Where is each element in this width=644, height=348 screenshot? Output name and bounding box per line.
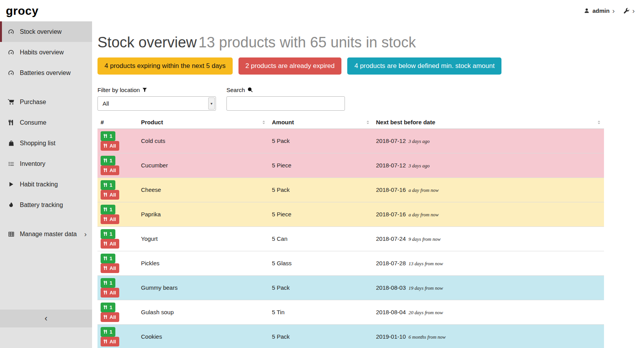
- consume-one-button[interactable]: 1: [101, 254, 115, 263]
- sidebar-item-habit-tracking[interactable]: Habit tracking ›: [0, 174, 92, 195]
- sidebar-collapse-button[interactable]: ‹: [0, 310, 92, 327]
- consume-one-button[interactable]: 1: [101, 131, 115, 141]
- chevron-right-icon: ›: [612, 7, 614, 14]
- consume-all-button[interactable]: All: [101, 141, 119, 151]
- wrench-icon: [623, 8, 630, 14]
- consume-all-button[interactable]: All: [101, 337, 119, 346]
- product-amount: 5 Glass: [269, 251, 373, 275]
- cutlery-icon: [104, 266, 108, 270]
- row-actions: 1 All: [97, 300, 138, 324]
- cutlery-icon: [104, 231, 108, 236]
- badge-expiring[interactable]: 4 products expiring within the next 5 da…: [97, 57, 233, 75]
- due-relative-text: 20 days from now: [409, 310, 443, 315]
- search-label-text: Search: [226, 87, 245, 93]
- table-row: 1 All Gummy bears 5 Pack 2018-08-0319 da…: [97, 275, 604, 300]
- status-badges: 4 products expiring within the next 5 da…: [97, 57, 604, 75]
- consume-all-button[interactable]: All: [101, 214, 119, 224]
- product-amount: 5 Pack: [269, 129, 373, 153]
- sort-icon[interactable]: [366, 120, 370, 125]
- sidebar-item-label: Purchase: [20, 99, 87, 106]
- column-header-product[interactable]: Product: [138, 117, 269, 129]
- sort-icon[interactable]: [597, 120, 601, 125]
- product-name: Cold cuts: [138, 129, 269, 153]
- sidebar-item-label: Batteries overview: [20, 70, 87, 77]
- consume-all-button[interactable]: All: [101, 288, 119, 298]
- sidebar-item-manage-master-data[interactable]: Manage master data ›: [0, 224, 92, 244]
- sidebar-item-inventory[interactable]: Inventory ›: [0, 153, 92, 174]
- consume-one-button[interactable]: 1: [101, 327, 115, 337]
- consume-one-button[interactable]: 1: [101, 180, 115, 190]
- product-name: Pickles: [138, 251, 269, 275]
- column-header-num: #: [97, 117, 138, 129]
- settings-menu[interactable]: ›: [623, 7, 635, 14]
- column-header-date[interactable]: Next best before date: [373, 117, 604, 129]
- sort-icon[interactable]: [262, 120, 266, 125]
- search-input[interactable]: [226, 96, 345, 111]
- product-name: Paprika: [138, 202, 269, 226]
- cutlery-icon: [104, 217, 108, 221]
- product-amount: 5 Piece: [269, 153, 373, 177]
- sidebar-item-label: Habits overview: [20, 49, 87, 56]
- search-group: Search: [226, 87, 345, 111]
- product-amount: 5 Tin: [269, 300, 373, 324]
- filter-label: Filter by location: [97, 87, 216, 93]
- cutlery-icon: [104, 183, 108, 187]
- consume-all-button[interactable]: All: [101, 190, 119, 200]
- badge-expired[interactable]: 2 products are already expired: [238, 57, 342, 75]
- cutlery-icon: [104, 168, 108, 172]
- consume-all-button[interactable]: All: [101, 165, 119, 175]
- sidebar-item-batteries-overview[interactable]: Batteries overview ›: [0, 63, 92, 83]
- consume-one-button[interactable]: 1: [101, 303, 115, 312]
- filter-label-text: Filter by location: [97, 87, 140, 93]
- consume-all-button[interactable]: All: [101, 239, 119, 249]
- sidebar-nav: Stock overview › Habits overview › Batte…: [0, 21, 92, 244]
- consume-all-button[interactable]: All: [101, 263, 119, 273]
- stock-table: # Product Amount Next best before date 1…: [97, 117, 604, 348]
- consume-one-button[interactable]: 1: [101, 156, 115, 165]
- row-actions: 1 All: [97, 177, 138, 202]
- consume-one-button[interactable]: 1: [101, 205, 115, 214]
- sidebar-item-consume[interactable]: Consume ›: [0, 112, 92, 133]
- sidebar-item-stock-overview[interactable]: Stock overview ›: [0, 21, 92, 42]
- product-amount: 5 Pack: [269, 324, 373, 348]
- location-filter-select[interactable]: All ▾: [97, 96, 216, 111]
- badge-below-min-stock[interactable]: 4 products are below defined min. stock …: [347, 57, 501, 75]
- cutlery-icon: [104, 280, 108, 285]
- consume-all-button[interactable]: All: [101, 312, 119, 322]
- sidebar-item-battery-tracking[interactable]: Battery tracking ›: [0, 195, 92, 215]
- search-icon: [247, 87, 253, 92]
- app-logo[interactable]: grocy: [6, 4, 38, 17]
- sidebar-item-habits-overview[interactable]: Habits overview ›: [0, 42, 92, 63]
- sidebar-item-purchase[interactable]: Purchase ›: [0, 92, 92, 112]
- due-relative-text: 3 days ago: [409, 139, 430, 144]
- table-row: 1 All Cookies 5 Pack 2019-01-106 months …: [97, 324, 604, 348]
- user-menu[interactable]: admin ›: [584, 7, 615, 14]
- cutlery-icon: [104, 339, 108, 344]
- best-before-date: 2018-07-16: [376, 211, 406, 218]
- cutlery-icon: [104, 315, 108, 319]
- table-icon: [7, 231, 15, 237]
- row-actions: 1 All: [97, 275, 138, 300]
- cutlery-icon: [104, 290, 108, 295]
- cutlery-icon: [104, 207, 108, 212]
- top-header: grocy admin › ›: [0, 0, 644, 21]
- due-relative-text: a day from now: [409, 212, 439, 218]
- table-row: 1 All Pickles 5 Glass 2018-07-2813 days …: [97, 251, 604, 275]
- sidebar-item-shopping-list[interactable]: Shopping list ›: [0, 133, 92, 153]
- table-row: 1 All Gulash soup 5 Tin 2018-08-0420 day…: [97, 300, 604, 324]
- row-actions: 1 All: [97, 129, 138, 153]
- product-name: Cookies: [138, 324, 269, 348]
- cutlery-icon: [104, 192, 108, 197]
- consume-one-button[interactable]: 1: [101, 229, 115, 239]
- table-header-row: # Product Amount Next best before date: [97, 117, 604, 129]
- cutlery-icon: [104, 256, 108, 261]
- sidebar-item-label: Inventory: [20, 160, 87, 167]
- due-relative-text: 19 days from now: [409, 285, 443, 291]
- row-actions: 1 All: [97, 324, 138, 348]
- page-title: Stock overview: [97, 34, 197, 50]
- cutlery-icon: [104, 134, 108, 138]
- consume-one-button[interactable]: 1: [101, 278, 115, 288]
- cutlery-icon: [104, 329, 108, 334]
- column-header-amount[interactable]: Amount: [269, 117, 373, 129]
- select-dropdown-arrow: ▾: [208, 97, 215, 110]
